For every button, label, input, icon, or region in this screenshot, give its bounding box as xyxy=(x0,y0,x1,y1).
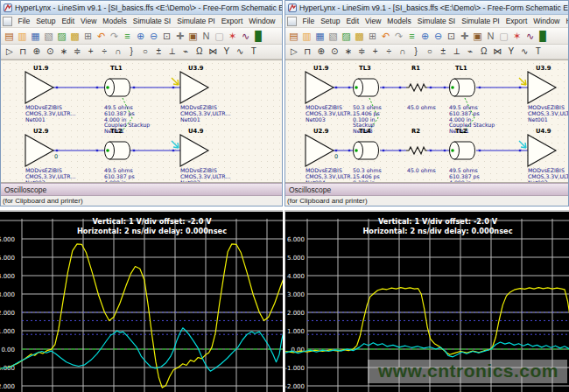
tline-TL2[interactable]: TL249.5 ohms610.387 ps4.000 inCoupled St… xyxy=(104,128,150,183)
pin-node[interactable] xyxy=(96,150,98,151)
spectrum-icon[interactable]: ▉ xyxy=(537,30,550,43)
menu-view[interactable]: View xyxy=(362,16,384,26)
zoom-out-icon[interactable]: ⊖ xyxy=(432,30,445,43)
pin-node[interactable] xyxy=(399,150,401,151)
part-tool-icon-1[interactable]: ⊓ xyxy=(17,46,31,58)
pin-node[interactable] xyxy=(133,87,135,88)
zoom-fit-icon[interactable]: ⊡ xyxy=(160,30,173,43)
buffer-U4.9[interactable]: U4.9MODvsEZIBISCMOS,3.3V,ULTR...Net002 xyxy=(172,128,230,183)
print-icon[interactable]: ⊞ xyxy=(81,30,95,43)
buffer-U4.9[interactable]: U4.9MODvsEZIBISCMOS,3.3V,ULTR...Net002 xyxy=(519,128,568,183)
pin-node[interactable] xyxy=(479,150,481,151)
part-tool-icon-9[interactable]: } xyxy=(410,46,424,58)
pin-node[interactable] xyxy=(430,87,432,88)
new-sheet-icon[interactable]: ▢ xyxy=(213,30,226,43)
new-sheet-icon[interactable]: ▢ xyxy=(497,30,510,43)
redo-icon[interactable]: ↷ xyxy=(392,30,405,43)
part-tool-icon-16[interactable]: Y xyxy=(220,46,234,58)
open-file-icon[interactable]: ▥ xyxy=(16,30,29,43)
schematic-canvas[interactable]: U1.9MODvsEZIBISCMOS,3.3V,ULTR...Net001TL… xyxy=(1,60,282,183)
tline-TL1[interactable]: TL149.5 ohms610.387 ps4.000 inCoupled St… xyxy=(449,65,495,134)
child-window-icon[interactable] xyxy=(287,17,297,26)
probe-marker-yellow[interactable] xyxy=(172,78,179,85)
part-tool-icon-13[interactable]: ⌁ xyxy=(464,46,478,58)
print-icon[interactable]: ⊞ xyxy=(366,30,379,43)
menu-models[interactable]: Models xyxy=(100,16,130,26)
part-tool-icon-5[interactable]: ≑ xyxy=(71,46,85,58)
spectrum-icon[interactable]: ▉ xyxy=(252,30,265,43)
pin-node[interactable] xyxy=(172,150,174,151)
stackup-icon[interactable]: ≡ xyxy=(121,30,134,43)
part-tool-icon-9[interactable]: } xyxy=(125,46,139,58)
pin-node[interactable] xyxy=(348,87,350,88)
part-tool-icon-1[interactable]: ⊓ xyxy=(301,46,315,58)
buffer-U3.9[interactable]: U3.9MODvsEZIBISCMOS,3.3V,ULTR...Net001 xyxy=(172,65,230,122)
part-tool-icon-7[interactable]: ÷ xyxy=(383,46,397,58)
zoom-in-icon[interactable]: ⊕ xyxy=(418,30,432,43)
part-tool-icon-7[interactable]: ÷ xyxy=(98,46,112,58)
part-tool-icon-10[interactable]: ○ xyxy=(138,46,152,58)
part-tool-icon-18[interactable]: T xyxy=(531,46,545,58)
part-tool-icon-11[interactable]: ± xyxy=(152,46,166,58)
pin-node[interactable] xyxy=(56,150,58,151)
undo-icon[interactable]: ↶ xyxy=(379,30,392,43)
part-tool-icon-13[interactable]: ⌁ xyxy=(179,46,193,58)
pin-node[interactable] xyxy=(96,87,98,88)
save-file-icon[interactable]: ▦ xyxy=(29,30,42,43)
part-tool-icon-6[interactable]: + xyxy=(369,46,383,58)
part-tool-icon-8[interactable]: ∩ xyxy=(111,46,125,58)
menu-edit[interactable]: Edit xyxy=(59,16,78,26)
menu-export[interactable]: Export xyxy=(218,16,246,26)
pin-node[interactable] xyxy=(335,87,337,88)
pin-node[interactable] xyxy=(335,150,337,151)
redo-icon[interactable]: ↷ xyxy=(108,30,121,43)
oscilloscope-docked-bar[interactable]: Oscilloscope xyxy=(1,183,282,196)
board-icon[interactable]: ▣ xyxy=(471,30,484,43)
zoom-out-icon[interactable]: ⊖ xyxy=(147,30,160,43)
menu-view[interactable]: View xyxy=(78,16,100,26)
part-tool-icon-17[interactable]: ∿ xyxy=(518,46,532,58)
menu-window[interactable]: Window xyxy=(530,16,563,26)
buffer-U2.9[interactable]: U2.9MODvsEZIBISCMOS,3.3V,ULTR...Net0020 xyxy=(25,128,75,183)
wizard-icon[interactable]: ✶ xyxy=(226,30,239,43)
part-tool-icon-17[interactable]: ∿ xyxy=(234,46,248,58)
pin-node[interactable] xyxy=(348,150,350,151)
probe-marker-cyan[interactable] xyxy=(519,141,526,148)
pin-node[interactable] xyxy=(172,87,174,88)
part-tool-icon-5[interactable]: ≑ xyxy=(355,46,369,58)
buffer-U2.9[interactable]: U2.9MODvsEZIBISCMOS,3.3V,ULTR...Net0040 xyxy=(306,128,355,183)
net-browse-icon[interactable]: N xyxy=(200,30,213,43)
net-browse-icon[interactable]: N xyxy=(484,30,497,43)
part-tool-icon-15[interactable]: ⋈ xyxy=(491,46,505,58)
pin-node[interactable] xyxy=(479,87,481,88)
part-tool-icon-3[interactable]: ⊙ xyxy=(44,46,58,58)
menu-simulate-si[interactable]: Simulate SI xyxy=(414,16,458,26)
tline-TL4[interactable]: TL450.3 ohms15.406 ps0.100 inStackupNet0… xyxy=(353,128,382,183)
part-tool-icon-0[interactable]: ▷ xyxy=(287,46,301,58)
menu-simulate-pi[interactable]: Simulate PI xyxy=(459,16,502,26)
pin-node[interactable] xyxy=(56,87,58,88)
part-tool-icon-8[interactable]: ∩ xyxy=(396,46,410,58)
part-tool-icon-18[interactable]: T xyxy=(247,46,261,58)
pan-icon[interactable]: ✚ xyxy=(173,30,186,43)
part-tool-icon-15[interactable]: ⋈ xyxy=(207,46,221,58)
buffer-U1.9[interactable]: U1.9MODvsEZIBISCMOS,3.3V,ULTR...Net001 xyxy=(25,65,75,122)
part-tool-icon-14[interactable]: Ω xyxy=(193,46,207,58)
menu-export[interactable]: Export xyxy=(502,16,530,26)
oscilloscope-icon[interactable]: ∿ xyxy=(523,30,537,43)
menu-help[interactable]: Help xyxy=(563,16,568,26)
zoom-fit-icon[interactable]: ⊡ xyxy=(445,30,458,43)
part-tool-icon-12[interactable]: ⟂ xyxy=(450,46,464,58)
zoom-in-icon[interactable]: ⊕ xyxy=(134,30,147,43)
pin-node[interactable] xyxy=(133,150,135,151)
title-bar[interactable]: HyperLynx - LineSim v9.1 - [SI_basics.ff… xyxy=(285,1,568,15)
menu-file[interactable]: File xyxy=(15,16,33,26)
menu-simulate-si[interactable]: Simulate SI xyxy=(130,16,173,26)
buffer-U3.9[interactable]: U3.9MODvsEZIBISCMOS,3.3V,ULTR...Net001 xyxy=(519,65,568,122)
part-tool-icon-11[interactable]: ± xyxy=(437,46,451,58)
tline-TL2[interactable]: TL249.5 ohms610.387 ps4.000 inCoupled St… xyxy=(449,128,495,183)
pin-node[interactable] xyxy=(519,150,521,151)
tline-TL1[interactable]: TL149.5 ohms610.387 ps4.000 inCoupled St… xyxy=(104,65,150,134)
pin-node[interactable] xyxy=(444,150,446,151)
part-tool-icon-4[interactable]: ∗ xyxy=(341,46,355,58)
